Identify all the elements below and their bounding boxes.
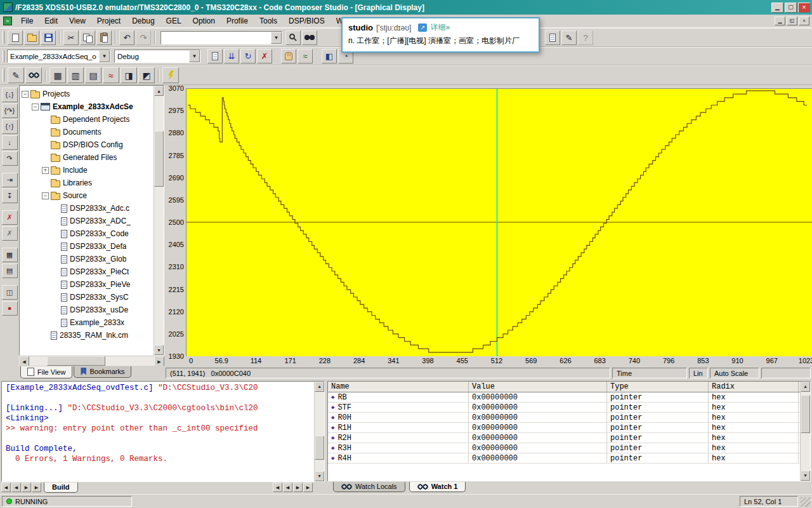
tree-item-projects[interactable]: −Projects xyxy=(20,88,153,100)
scroll-down-icon[interactable]: ▼ xyxy=(315,471,324,481)
scroll-track[interactable] xyxy=(29,356,154,366)
tab-watch-1[interactable]: Watch 1 xyxy=(409,482,466,492)
tree-item-dsp2833x-pieve[interactable]: DSP2833x_PieVe xyxy=(20,278,153,291)
rebuild-all-button[interactable]: ↻ xyxy=(240,49,256,64)
project-combo-value[interactable]: Example_2833xAdcSeq_o xyxy=(8,53,99,60)
cut-button[interactable]: ✂ xyxy=(63,30,79,45)
redo-button[interactable]: ↷ xyxy=(136,30,151,45)
toolbar-grip[interactable] xyxy=(3,31,4,44)
watch-row-stf[interactable]: ◆STF0x00000000pointerhex xyxy=(328,403,800,413)
asm-step-over-button[interactable]: ↷ xyxy=(2,151,18,166)
scroll-down-icon[interactable]: ▼ xyxy=(801,471,810,481)
scroll-track[interactable] xyxy=(154,96,164,345)
copy-button[interactable] xyxy=(80,30,95,45)
tab-scroll-first-button[interactable]: ◀ xyxy=(273,483,282,492)
tab-bookmarks[interactable]: Bookmarks xyxy=(74,366,131,378)
dictionary-more-link[interactable]: 详细» xyxy=(430,22,450,33)
run-to-cursor-button[interactable]: ⇥ xyxy=(2,173,18,187)
tab-scroll-last-button[interactable]: ▶ xyxy=(303,483,313,492)
tree-expander-icon[interactable]: − xyxy=(42,192,49,199)
tree-item-dsp2833x-code[interactable]: DSP2833x_Code xyxy=(20,227,153,240)
paste-button[interactable] xyxy=(96,30,112,45)
remove-all-breakpoints-button[interactable]: ✗ xyxy=(2,226,18,241)
set-probe-point-button[interactable]: ◧ xyxy=(322,49,337,64)
tree-vertical-scrollbar[interactable]: ▲ ▼ xyxy=(154,86,164,355)
menu-debug[interactable]: Debug xyxy=(126,15,160,27)
build-output[interactable]: [Example_2833xAdcSeq_ovdTest.c] "D:\CCSt… xyxy=(1,381,325,482)
gel-probe-button[interactable] xyxy=(162,67,179,83)
tree-item-documents[interactable]: Documents xyxy=(20,126,153,138)
tree-item-include[interactable]: +Include xyxy=(20,164,153,177)
tree-item-dsp2833x-piect[interactable]: DSP2833x_PieCt xyxy=(20,265,153,278)
toolbar-grip[interactable] xyxy=(3,50,4,62)
view-memory-button[interactable]: ▦ xyxy=(49,67,66,83)
waveform-plot[interactable] xyxy=(187,89,812,356)
toggle-breakpoint-button[interactable]: ✗ xyxy=(2,210,18,225)
watch-column-value[interactable]: Value xyxy=(469,382,607,392)
tab-scroll-prev-button[interactable]: ◀ xyxy=(283,483,292,492)
menu-dsp-bios[interactable]: DSP/BIOS xyxy=(283,15,331,27)
project-combo-dropdown-icon[interactable]: ▼ xyxy=(99,50,110,62)
tree-item-generated-files[interactable]: Generated Files xyxy=(20,151,153,164)
mdi-minimize-button[interactable]: ▁ xyxy=(775,17,785,25)
menu-file[interactable]: File xyxy=(15,15,39,27)
tree-item-dsp2833x-usde[interactable]: DSP2833x_usDe xyxy=(20,304,153,316)
annotate-button[interactable]: ✎ xyxy=(561,30,577,45)
tree-item-dsp2833x-defa[interactable]: DSP2833x_Defa xyxy=(20,240,153,253)
menu-edit[interactable]: Edit xyxy=(39,15,63,27)
animate-button[interactable]: ≈ xyxy=(298,49,313,64)
watch-row-r1h[interactable]: ◆R1H0x00000000pointerhex xyxy=(328,423,800,433)
tree-expander-icon[interactable]: − xyxy=(32,104,39,110)
step-out-button[interactable]: {↑} xyxy=(2,119,18,134)
scroll-thumb[interactable] xyxy=(47,356,105,366)
scroll-down-icon[interactable]: ▼ xyxy=(154,345,164,355)
watch-row-r0h[interactable]: ◆R0H0x00000000pointerhex xyxy=(328,413,800,423)
tab-build[interactable]: Build xyxy=(44,483,78,493)
close-button[interactable]: × xyxy=(798,3,810,13)
resize-grip[interactable] xyxy=(801,497,810,507)
tab-file-view[interactable]: File View xyxy=(20,366,72,378)
search-combo[interactable]: ▼ xyxy=(160,31,282,44)
memory-window-button[interactable]: ▤ xyxy=(2,264,18,278)
step-over-button[interactable]: {↷} xyxy=(2,104,18,118)
dictionary-more-icon[interactable]: ↗ xyxy=(418,23,427,32)
tree-item-dsp2833x-glob[interactable]: DSP2833x_Glob xyxy=(20,253,153,265)
scroll-thumb[interactable] xyxy=(315,436,324,460)
help-button[interactable]: ? xyxy=(578,30,593,45)
quick-watch-button[interactable] xyxy=(25,67,42,83)
config-combo-value[interactable]: Debug xyxy=(115,53,189,60)
scroll-track[interactable] xyxy=(801,392,810,471)
view-image-button[interactable]: ◨ xyxy=(121,67,137,83)
halt-cpu-button[interactable]: ● xyxy=(2,301,18,316)
watch-row-rb[interactable]: ◆RB0x00000000pointerhex xyxy=(328,392,800,403)
mdi-restore-button[interactable]: ◱ xyxy=(787,17,797,25)
menu-option[interactable]: Option xyxy=(187,15,221,27)
maximize-button[interactable]: ▢ xyxy=(785,3,797,13)
menu-tools[interactable]: Tools xyxy=(254,15,283,27)
new-file-button[interactable] xyxy=(8,30,23,45)
view-graph-button[interactable]: ≈ xyxy=(103,67,119,83)
view-registers-button[interactable]: ▥ xyxy=(67,67,84,83)
scroll-thumb[interactable] xyxy=(801,395,810,433)
undo-button[interactable]: ↶ xyxy=(119,30,134,45)
find-in-files-button[interactable] xyxy=(302,30,317,45)
mdi-close-button[interactable]: × xyxy=(799,17,809,25)
scroll-track[interactable] xyxy=(315,392,324,471)
view-cpu-button[interactable]: ◩ xyxy=(138,67,155,83)
tab-scroll-next-button[interactable]: ▶ xyxy=(22,483,31,492)
tree-item-libraries[interactable]: Libraries xyxy=(20,177,153,189)
menu-view[interactable]: View xyxy=(63,15,91,27)
scroll-up-icon[interactable]: ▲ xyxy=(801,382,810,392)
scroll-right-icon[interactable]: ▶ xyxy=(154,356,164,366)
tree-item-dsp2833x-adc[interactable]: DSP2833x_ADC_ xyxy=(20,215,153,227)
set-pc-to-cursor-button[interactable]: ↧ xyxy=(2,189,18,203)
search-word-button[interactable] xyxy=(285,30,301,45)
search-combo-dropdown-icon[interactable]: ▼ xyxy=(271,32,282,44)
tree-expander-icon[interactable]: + xyxy=(42,167,49,174)
register-window-button[interactable]: ◫ xyxy=(2,285,18,300)
watch-window-button[interactable]: ▦ xyxy=(2,248,18,262)
print-button[interactable] xyxy=(545,30,560,45)
tree-item-example-2833x[interactable]: Example_2833x xyxy=(20,316,153,329)
watch-column-type[interactable]: Type xyxy=(607,382,709,392)
config-combo[interactable]: Debug ▼ xyxy=(114,50,200,63)
